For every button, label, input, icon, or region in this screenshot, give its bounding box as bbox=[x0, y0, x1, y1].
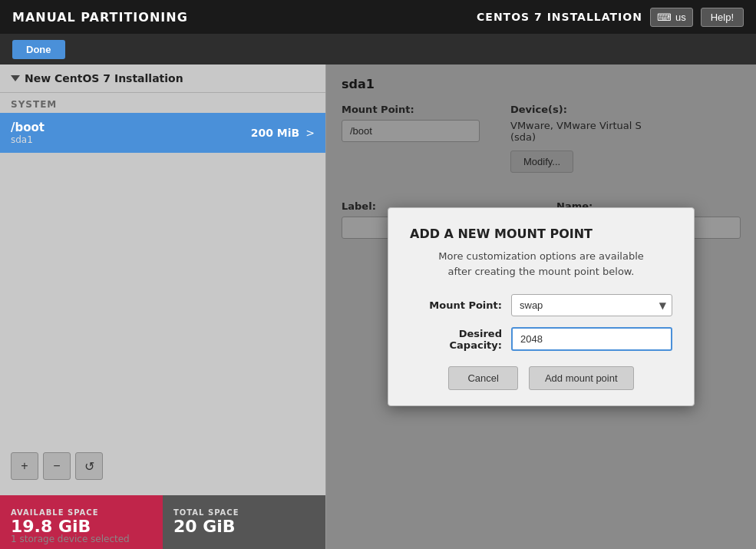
selected-storage-text: 1 storage device selected bbox=[11, 534, 130, 544]
dialog-mount-point-label: Mount Point: bbox=[410, 299, 502, 311]
refresh-partition-button[interactable]: ↺ bbox=[75, 452, 103, 480]
remove-partition-button[interactable]: − bbox=[43, 452, 71, 480]
dialog-mount-point-row: Mount Point: swap / /boot /home /tmp /va… bbox=[410, 294, 672, 316]
header-right: CENTOS 7 INSTALLATION ⌨ us Help! bbox=[477, 8, 744, 27]
partition-sub: sda1 bbox=[11, 134, 251, 145]
partition-item-boot[interactable]: /boot sda1 200 MiB > bbox=[0, 113, 325, 153]
dialog-buttons: Cancel Add mount point bbox=[410, 366, 672, 390]
app-title: MANUAL PARTITIONING bbox=[12, 10, 188, 25]
system-label: SYSTEM bbox=[0, 93, 325, 113]
mount-point-select-wrapper: swap / /boot /home /tmp /var /usr ▼ bbox=[511, 294, 672, 316]
partition-name: /boot bbox=[11, 121, 251, 134]
dialog-capacity-row: Desired Capacity: bbox=[410, 327, 672, 351]
keyboard-button[interactable]: ⌨ us bbox=[650, 8, 693, 27]
total-label: TOTAL SPACE bbox=[173, 508, 315, 517]
partition-arrow: > bbox=[305, 127, 315, 139]
done-button[interactable]: Done bbox=[12, 40, 65, 59]
keyboard-icon: ⌨ bbox=[657, 12, 672, 23]
dialog-overlay: ADD A NEW MOUNT POINT More customization… bbox=[326, 64, 756, 549]
toolbar: Done bbox=[0, 34, 756, 64]
add-partition-button[interactable]: + bbox=[11, 452, 38, 480]
desired-capacity-input[interactable] bbox=[511, 327, 672, 351]
add-mount-point-button[interactable]: Add mount point bbox=[529, 366, 634, 390]
partition-info: /boot sda1 bbox=[11, 121, 251, 145]
right-panel: sda1 Mount Point: Device(s): VMware, VMw… bbox=[326, 64, 756, 549]
left-panel: New CentOS 7 Installation SYSTEM /boot s… bbox=[0, 64, 326, 549]
installation-title: New CentOS 7 Installation bbox=[25, 72, 183, 84]
dialog-title: ADD A NEW MOUNT POINT bbox=[410, 227, 672, 241]
triangle-icon bbox=[11, 75, 20, 81]
help-button[interactable]: Help! bbox=[701, 8, 744, 27]
dialog-capacity-label: Desired Capacity: bbox=[410, 328, 502, 351]
cancel-button[interactable]: Cancel bbox=[448, 366, 517, 390]
keyboard-lang: us bbox=[675, 12, 686, 23]
add-mount-point-dialog: ADD A NEW MOUNT POINT More customization… bbox=[388, 207, 695, 406]
partition-size: 200 MiB bbox=[251, 127, 300, 139]
partition-controls: + − ↺ bbox=[0, 445, 325, 488]
main-content: New CentOS 7 Installation SYSTEM /boot s… bbox=[0, 64, 756, 549]
dialog-description: More customization options are available… bbox=[410, 249, 672, 279]
total-space-panel: TOTAL SPACE 20 GiB bbox=[163, 495, 325, 549]
available-label: AVAILABLE SPACE bbox=[11, 508, 152, 517]
total-value: 20 GiB bbox=[173, 517, 315, 536]
installation-header: New CentOS 7 Installation bbox=[0, 64, 325, 93]
app-header: MANUAL PARTITIONING CENTOS 7 INSTALLATIO… bbox=[0, 0, 756, 34]
mount-point-select[interactable]: swap / /boot /home /tmp /var /usr bbox=[511, 294, 672, 316]
centos-title: CENTOS 7 INSTALLATION bbox=[477, 11, 642, 23]
